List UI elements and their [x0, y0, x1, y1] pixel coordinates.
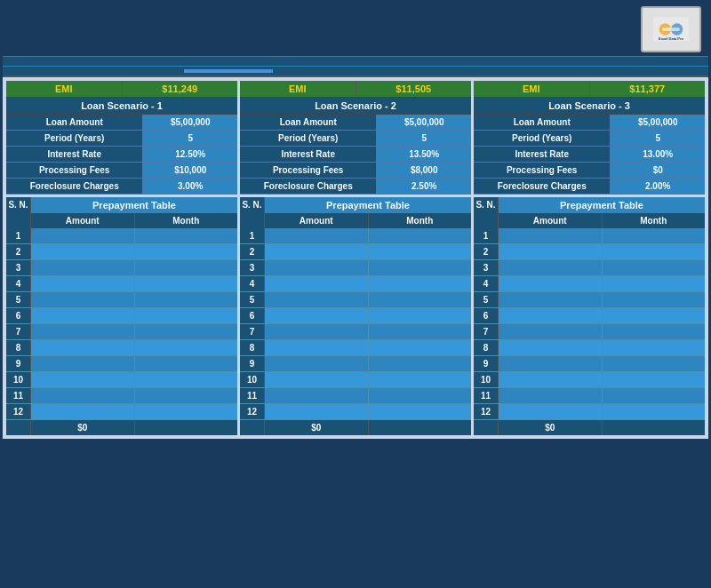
amount-cell[interactable]	[265, 292, 369, 307]
sheet-title-bar	[3, 56, 708, 67]
amount-cell[interactable]	[31, 244, 135, 259]
amount-cell[interactable]	[31, 228, 135, 243]
list-item: 7	[6, 324, 237, 340]
amount-cell[interactable]	[31, 340, 135, 355]
month-cell[interactable]	[135, 308, 238, 323]
data-value[interactable]: 5	[377, 131, 471, 146]
month-cell[interactable]	[603, 356, 706, 371]
total-amount: $0	[499, 420, 603, 435]
amount-cell[interactable]	[265, 260, 369, 275]
month-cell[interactable]	[369, 260, 472, 275]
sn-cell: 10	[240, 372, 265, 387]
data-value[interactable]: 2.50%	[377, 179, 471, 194]
amount-cell[interactable]	[265, 276, 369, 291]
data-value[interactable]: 13.00%	[611, 147, 705, 162]
amount-cell[interactable]	[265, 228, 369, 243]
data-label: Interest Rate	[474, 147, 611, 162]
month-cell[interactable]	[369, 244, 472, 259]
amount-cell[interactable]	[31, 356, 135, 371]
month-cell[interactable]	[369, 228, 472, 243]
amount-cell[interactable]	[499, 228, 603, 243]
amount-cell[interactable]	[499, 404, 603, 419]
amount-cell[interactable]	[499, 356, 603, 371]
month-cell[interactable]	[603, 260, 706, 275]
month-cell[interactable]	[603, 292, 706, 307]
month-cell[interactable]	[603, 228, 706, 243]
scenario-col-1: EMI $11,249 Loan Scenario - 1 Loan Amoun…	[6, 81, 237, 195]
amount-cell[interactable]	[265, 372, 369, 387]
month-cell[interactable]	[135, 340, 238, 355]
amount-cell[interactable]	[31, 388, 135, 403]
amount-cell[interactable]	[31, 260, 135, 275]
amount-cell[interactable]	[265, 404, 369, 419]
month-cell[interactable]	[369, 292, 472, 307]
month-cell[interactable]	[135, 372, 238, 387]
month-cell[interactable]	[135, 260, 238, 275]
month-cell[interactable]	[603, 404, 706, 419]
data-label: Processing Fees	[240, 163, 377, 178]
amount-cell[interactable]	[265, 356, 369, 371]
month-cell[interactable]	[603, 324, 706, 339]
month-cell[interactable]	[135, 356, 238, 371]
month-cell[interactable]	[603, 388, 706, 403]
amount-cell[interactable]	[499, 292, 603, 307]
data-value[interactable]: 13.50%	[377, 147, 471, 162]
month-cell[interactable]	[135, 228, 238, 243]
data-value[interactable]: $5,00,000	[611, 115, 705, 130]
month-cell[interactable]	[369, 308, 472, 323]
amount-cell[interactable]	[31, 276, 135, 291]
month-cell[interactable]	[135, 388, 238, 403]
month-cell[interactable]	[603, 372, 706, 387]
month-cell[interactable]	[369, 324, 472, 339]
data-value[interactable]: $8,000	[377, 163, 471, 178]
list-item: 12	[474, 404, 705, 420]
month-cell[interactable]	[135, 276, 238, 291]
month-cell[interactable]	[369, 276, 472, 291]
amount-cell[interactable]	[499, 308, 603, 323]
amount-cell[interactable]	[499, 260, 603, 275]
month-cell[interactable]	[135, 292, 238, 307]
month-cell[interactable]	[369, 356, 472, 371]
emi-value-3: $11,377	[590, 81, 706, 97]
amount-cell[interactable]	[265, 244, 369, 259]
month-cell[interactable]	[369, 372, 472, 387]
amount-cell[interactable]	[31, 404, 135, 419]
amount-cell[interactable]	[265, 388, 369, 403]
list-item: 8	[474, 340, 705, 356]
amount-cell[interactable]	[499, 244, 603, 259]
amount-cell[interactable]	[31, 308, 135, 323]
month-cell[interactable]	[369, 404, 472, 419]
month-cell[interactable]	[603, 276, 706, 291]
month-cell[interactable]	[135, 324, 238, 339]
data-value[interactable]: 2.00%	[611, 179, 705, 194]
amount-cell[interactable]	[499, 388, 603, 403]
data-value[interactable]: $5,00,000	[377, 115, 471, 130]
data-value[interactable]: $5,00,000	[143, 115, 237, 130]
amount-cell[interactable]	[31, 372, 135, 387]
month-cell[interactable]	[603, 244, 706, 259]
data-value[interactable]: $10,000	[143, 163, 237, 178]
amount-cell[interactable]	[31, 324, 135, 339]
amount-cell[interactable]	[265, 308, 369, 323]
data-value[interactable]: $0	[611, 163, 705, 178]
amount-cell[interactable]	[265, 340, 369, 355]
data-value[interactable]: 5	[143, 131, 237, 146]
amount-cell[interactable]	[499, 276, 603, 291]
month-cell[interactable]	[369, 388, 472, 403]
sn-cell: 11	[474, 388, 499, 403]
table-row: Interest Rate 13.00%	[474, 147, 705, 163]
data-value[interactable]: 12.50%	[143, 147, 237, 162]
month-cell[interactable]	[135, 244, 238, 259]
amount-cell[interactable]	[499, 324, 603, 339]
month-cell[interactable]	[603, 308, 706, 323]
loan-start-value[interactable]	[184, 69, 273, 73]
month-cell[interactable]	[135, 404, 238, 419]
amount-cell[interactable]	[265, 324, 369, 339]
data-value[interactable]: 3.00%	[143, 179, 237, 194]
month-cell[interactable]	[603, 340, 706, 355]
month-cell[interactable]	[369, 340, 472, 355]
amount-cell[interactable]	[499, 372, 603, 387]
amount-cell[interactable]	[31, 292, 135, 307]
data-value[interactable]: 5	[611, 131, 705, 146]
amount-cell[interactable]	[499, 340, 603, 355]
